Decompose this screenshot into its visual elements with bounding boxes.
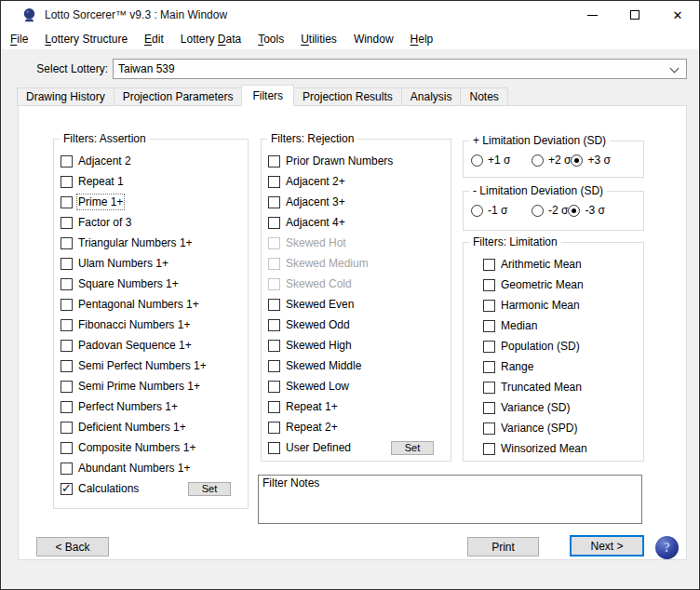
checkbox-row-repeat-2[interactable]: Repeat 2+: [262, 417, 451, 437]
checkbox-icon[interactable]: [483, 443, 495, 455]
checkbox-icon[interactable]: [61, 176, 73, 188]
menu-item-help[interactable]: Help: [402, 29, 442, 49]
checkbox-icon[interactable]: [268, 340, 280, 352]
checkbox-row-range[interactable]: Range: [464, 356, 643, 377]
close-icon[interactable]: ✕: [656, 1, 699, 29]
menu-item-file[interactable]: File: [2, 29, 36, 49]
checkbox-icon[interactable]: [61, 422, 73, 434]
checkbox-row-perfect-numbers-1[interactable]: Perfect Numbers 1+: [54, 396, 248, 417]
checkbox-icon[interactable]: [483, 320, 495, 332]
checkbox-row-adjacent-2[interactable]: Adjacent 2: [54, 151, 248, 171]
checkbox-row-prime-1[interactable]: Prime 1+: [54, 192, 248, 212]
checkbox-row-variance-sd[interactable]: Variance (SD): [464, 397, 643, 418]
checkbox-row-deficient-numbers-1[interactable]: Deficient Numbers 1+: [54, 417, 248, 437]
checkbox-icon[interactable]: [61, 299, 73, 311]
checkbox-icon[interactable]: [268, 319, 280, 331]
checkbox-icon[interactable]: [268, 196, 280, 208]
checkbox-row-semi-prime-numbers-1[interactable]: Semi Prime Numbers 1+: [54, 376, 248, 396]
menu-item-utilities[interactable]: Utilities: [292, 29, 345, 49]
radio-option-3[interactable]: -3 σ: [568, 204, 604, 217]
checkbox-row-winsorized-mean[interactable]: Winsorized Mean: [464, 438, 643, 459]
checkbox-icon[interactable]: [268, 299, 280, 311]
checkbox-icon[interactable]: [61, 196, 73, 208]
checkbox-row-median[interactable]: Median: [464, 315, 643, 336]
checkbox-icon[interactable]: [61, 340, 73, 352]
radio-option-2[interactable]: +2 σ: [532, 154, 571, 167]
tab-projection-parameters[interactable]: Projection Parameters: [114, 87, 243, 106]
checkbox-icon[interactable]: [61, 442, 73, 454]
radio-option-1[interactable]: -1 σ: [471, 204, 532, 217]
checkbox-icon[interactable]: [61, 237, 73, 249]
checkbox-row-prior-drawn-numbers[interactable]: Prior Drawn Numbers: [262, 151, 451, 171]
back-button[interactable]: < Back: [36, 537, 109, 556]
checkbox-icon[interactable]: [268, 278, 280, 290]
checkbox-icon[interactable]: [483, 382, 495, 394]
checkbox-icon[interactable]: [268, 217, 280, 229]
menu-item-tools[interactable]: Tools: [249, 29, 292, 49]
lottery-combobox[interactable]: Taiwan 539: [113, 59, 687, 79]
checkbox-icon[interactable]: [61, 258, 73, 270]
menu-item-lottery-data[interactable]: Lottery Data: [172, 29, 249, 49]
radio-icon[interactable]: [571, 154, 583, 167]
radio-icon[interactable]: [532, 154, 544, 167]
radio-icon[interactable]: [568, 205, 580, 217]
radio-icon[interactable]: [471, 154, 483, 167]
checkbox-row-skewed-low[interactable]: Skewed Low: [262, 376, 451, 396]
checkbox-icon[interactable]: [483, 259, 495, 271]
next-button[interactable]: Next >: [570, 535, 644, 556]
checkbox-row-adjacent-2[interactable]: Adjacent 2+: [262, 171, 451, 192]
radio-icon[interactable]: [471, 205, 483, 217]
checkbox-icon[interactable]: [61, 155, 73, 168]
checkbox-row-fibonacci-numbers-1[interactable]: Fibonacci Numbers 1+: [54, 315, 248, 335]
checkbox-icon[interactable]: [268, 237, 280, 249]
checkbox-icon[interactable]: [61, 360, 73, 372]
checkbox-icon[interactable]: [268, 422, 280, 434]
checkbox-icon[interactable]: [483, 422, 495, 435]
checkbox-icon[interactable]: [61, 381, 73, 393]
checkbox-icon[interactable]: [268, 258, 280, 270]
checkbox-icon[interactable]: [268, 360, 280, 372]
radio-icon[interactable]: [532, 205, 544, 217]
checkbox-icon[interactable]: [483, 341, 495, 353]
set-button[interactable]: Set: [391, 441, 434, 455]
print-button[interactable]: Print: [467, 537, 539, 556]
checkbox-row-triangular-numbers-1[interactable]: Triangular Numbers 1+: [54, 233, 248, 253]
checkbox-icon[interactable]: [268, 401, 280, 413]
checkbox-icon[interactable]: [483, 300, 495, 312]
menu-item-edit[interactable]: Edit: [136, 29, 172, 49]
checkbox-row-population-sd[interactable]: Population (SD): [464, 336, 643, 356]
checkbox-icon[interactable]: [268, 442, 280, 454]
checkbox-row-arithmetic-mean[interactable]: Arithmetic Mean: [464, 254, 643, 275]
help-icon[interactable]: ?: [655, 536, 679, 559]
checkbox-icon[interactable]: [483, 361, 495, 373]
tab-notes[interactable]: Notes: [460, 87, 507, 106]
checkbox-row-geometric-mean[interactable]: Geometric Mean: [464, 275, 643, 295]
tab-projection-results[interactable]: Projection Results: [293, 87, 402, 106]
checkbox-row-semi-perfect-numbers-1[interactable]: Semi Perfect Numbers 1+: [54, 355, 248, 376]
checkbox-icon[interactable]: [268, 155, 280, 168]
checkbox-icon[interactable]: [483, 279, 495, 291]
checkbox-row-skewed-cold[interactable]: Skewed Cold: [262, 274, 451, 294]
checkbox-row-truncated-mean[interactable]: Truncated Mean: [464, 377, 643, 397]
minimize-icon[interactable]: [571, 1, 613, 29]
checkbox-row-ulam-numbers-1[interactable]: Ulam Numbers 1+: [54, 253, 248, 274]
maximize-icon[interactable]: [613, 1, 656, 29]
checkbox-row-pentagonal-numbers-1[interactable]: Pentagonal Numbers 1+: [54, 294, 248, 315]
tab-drawing-history[interactable]: Drawing History: [17, 87, 114, 106]
checkbox-row-user-defined[interactable]: User Defined Set: [262, 437, 451, 458]
checkbox-row-skewed-hot[interactable]: Skewed Hot: [262, 233, 451, 253]
checkbox-icon[interactable]: [268, 381, 280, 393]
checkbox-row-skewed-odd[interactable]: Skewed Odd: [262, 315, 451, 335]
tab-filters[interactable]: Filters: [241, 85, 294, 106]
checkbox-row-harmonic-mean[interactable]: Harmonic Mean: [464, 295, 643, 315]
checkbox-row-skewed-middle[interactable]: Skewed Middle: [262, 355, 451, 376]
checkbox-row-repeat-1[interactable]: Repeat 1: [54, 171, 248, 192]
checkbox-row-skewed-high[interactable]: Skewed High: [262, 335, 451, 355]
checkbox-row-skewed-medium[interactable]: Skewed Medium: [262, 253, 451, 274]
radio-option-2[interactable]: -2 σ: [532, 204, 568, 217]
checkbox-icon[interactable]: [61, 319, 73, 331]
checkbox-icon[interactable]: [483, 402, 495, 414]
checkbox-icon[interactable]: [61, 401, 73, 413]
checkbox-row-factor-of-3[interactable]: Factor of 3: [54, 212, 248, 233]
checkbox-row-composite-numbers-1[interactable]: Composite Numbers 1+: [54, 437, 248, 458]
